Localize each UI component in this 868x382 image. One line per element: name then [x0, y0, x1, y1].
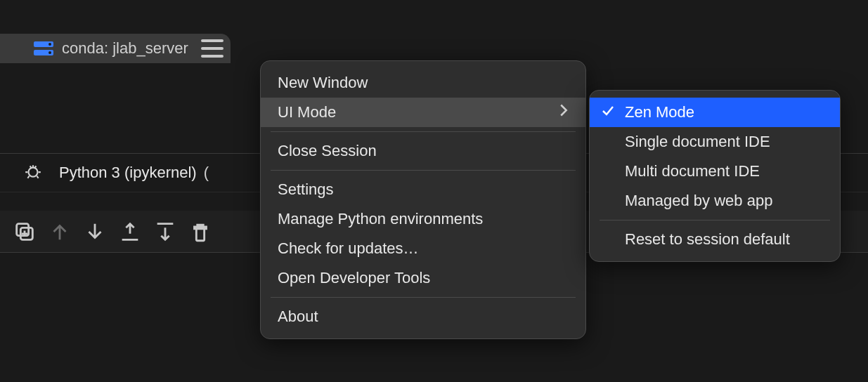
menu-separator [271, 170, 576, 171]
move-up-button[interactable] [48, 220, 72, 244]
submenu-item-multi-doc-ide[interactable]: Multi document IDE [590, 157, 840, 186]
menu-item-label: Settings [278, 180, 334, 199]
menu-item-about[interactable]: About [261, 302, 585, 331]
menu-item-manage-python-envs[interactable]: Manage Python environments [261, 204, 585, 234]
menu-item-label: Close Session [278, 142, 377, 160]
menu-item-label: New Window [278, 74, 368, 92]
submenu-item-reset-default[interactable]: Reset to session default [590, 225, 840, 254]
submenu-item-managed-webapp[interactable]: Managed by web app [590, 186, 840, 216]
hamburger-menu-button[interactable] [201, 39, 224, 58]
menu-item-label: Open Developer Tools [278, 269, 430, 287]
menu-item-ui-mode[interactable]: UI Mode [261, 98, 585, 127]
submenu-item-label: Reset to session default [625, 230, 790, 248]
insert-below-button[interactable] [153, 220, 177, 244]
submenu-item-label: Zen Mode [625, 103, 694, 121]
server-icon [34, 41, 53, 55]
ui-mode-submenu: Zen Mode Single document IDE Multi docum… [589, 90, 841, 262]
submenu-item-label: Multi document IDE [625, 162, 760, 180]
environment-label[interactable]: conda: jlab_server [62, 39, 188, 58]
menu-separator [600, 220, 830, 220]
menu-item-label: UI Mode [278, 103, 336, 121]
menu-separator [271, 297, 576, 298]
menu-item-close-session[interactable]: Close Session [261, 136, 585, 166]
chevron-right-icon [559, 103, 569, 121]
bug-icon[interactable] [24, 162, 42, 183]
kernel-label[interactable]: Python 3 (ipykernel) [59, 164, 197, 182]
submenu-item-label: Single document IDE [625, 133, 770, 150]
kernel-status-glyph: ( [204, 164, 209, 182]
svg-point-0 [29, 168, 38, 177]
menu-item-new-window[interactable]: New Window [261, 68, 585, 98]
copy-button[interactable] [13, 220, 37, 244]
move-down-button[interactable] [83, 220, 107, 244]
check-icon [601, 103, 615, 121]
submenu-item-single-doc-ide[interactable]: Single document IDE [590, 127, 840, 157]
submenu-item-zen-mode[interactable]: Zen Mode [590, 98, 840, 127]
environment-bar: conda: jlab_server [0, 34, 231, 63]
menu-item-label: Manage Python environments [278, 210, 483, 228]
insert-above-button[interactable] [118, 220, 142, 244]
submenu-item-label: Managed by web app [625, 192, 772, 209]
menu-item-label: Check for updates… [278, 239, 419, 258]
menu-item-label: About [278, 308, 318, 326]
menu-item-check-updates[interactable]: Check for updates… [261, 234, 585, 263]
menu-item-dev-tools[interactable]: Open Developer Tools [261, 263, 585, 293]
menu-item-settings[interactable]: Settings [261, 175, 585, 204]
app-menu: New Window UI Mode Close Session Setting… [260, 60, 586, 339]
delete-button[interactable] [188, 220, 212, 244]
menu-separator [271, 131, 576, 132]
